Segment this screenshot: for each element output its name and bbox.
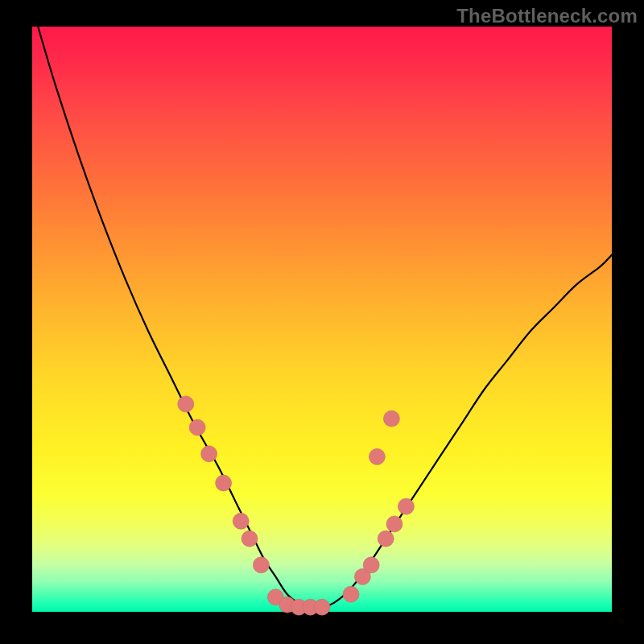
curve-marker [369, 448, 385, 464]
curve-marker [383, 411, 399, 427]
curve-marker [216, 475, 232, 491]
bottleneck-curve [38, 27, 612, 608]
curve-marker [201, 446, 217, 462]
curve-marker [378, 530, 394, 547]
chart-stage: TheBottleneck.com [0, 0, 644, 644]
chart-overlay [32, 27, 612, 612]
plot-area [32, 27, 612, 612]
curve-marker [253, 557, 269, 573]
watermark-text: TheBottleneck.com [456, 5, 638, 27]
curve-marker [343, 586, 359, 602]
curve-marker [189, 419, 205, 436]
curve-marker [314, 599, 330, 615]
curve-marker [233, 513, 249, 529]
curve-marker [178, 396, 194, 412]
curve-marker [398, 498, 414, 514]
curve-marker [363, 557, 379, 573]
curve-markers [178, 396, 415, 615]
curve-marker [386, 516, 402, 532]
curve-marker [242, 530, 258, 547]
